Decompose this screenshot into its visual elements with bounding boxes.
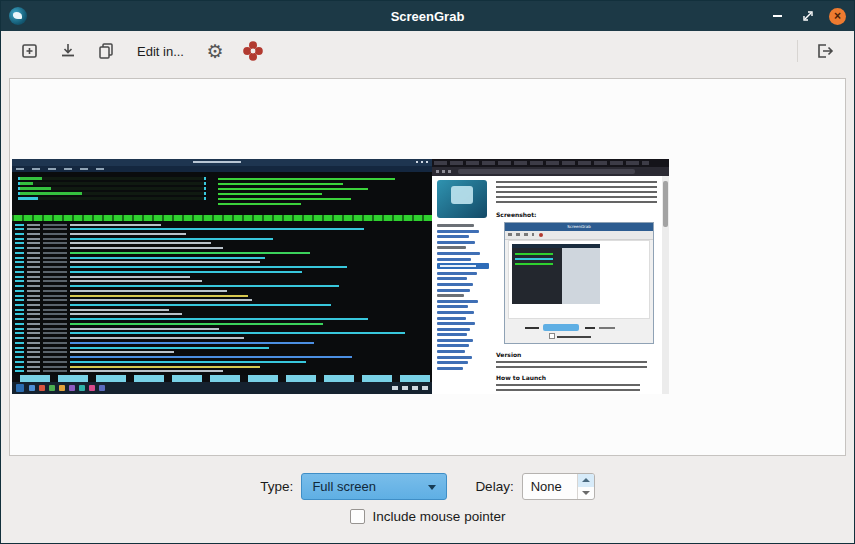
terminal-row (15, 337, 429, 340)
terminal-row (15, 232, 429, 235)
toolbar: Edit in... ⚙ (1, 31, 854, 71)
manual-page: Screenshot: ScreenGrab (494, 176, 662, 394)
toolbar-divider (797, 40, 798, 62)
nested-titlebar: ScreenGrab (505, 223, 653, 231)
sidebar-link (437, 367, 463, 370)
gear-icon: ⚙ (206, 42, 223, 61)
htop-cpu-meters (18, 175, 206, 215)
htop-process-list (15, 223, 429, 373)
taskbar-app-icon (79, 385, 85, 391)
spin-buttons (577, 474, 594, 499)
chevron-down-icon (582, 491, 590, 495)
include-pointer-checkbox[interactable] (350, 509, 365, 524)
type-delay-row: Type: Full screen Delay: None (260, 473, 594, 500)
app-window-icon[interactable] (9, 7, 27, 25)
terminal-row (15, 280, 429, 283)
screengrab-window: ScreenGrab × (0, 0, 855, 544)
firefox-window-thumbnail: Screenshot: ScreenGrab (432, 159, 669, 394)
copy-icon (96, 41, 116, 61)
titlebar: ScreenGrab × (1, 1, 854, 31)
terminal-row (15, 360, 429, 363)
terminal-row (15, 299, 429, 302)
sidebar-toc (432, 224, 494, 370)
quit-icon (815, 41, 835, 61)
sidebar-link (437, 317, 466, 320)
screenshot-preview-image: Screenshot: ScreenGrab (12, 159, 669, 394)
spin-down-button[interactable] (578, 487, 594, 500)
window-controls: × (769, 8, 846, 25)
version-heading: Version (496, 352, 521, 358)
chevron-down-icon (428, 485, 436, 490)
terminal-row (15, 242, 429, 245)
browser-scrollbar (662, 176, 669, 394)
sidebar-link (437, 300, 478, 303)
nested-delay-label (585, 327, 595, 329)
options-button[interactable]: ⚙ (198, 35, 232, 67)
maximize-button[interactable] (799, 8, 816, 25)
terminal-row (15, 327, 429, 330)
sidebar-link (437, 361, 468, 364)
launch-heading: How to Launch (496, 375, 546, 381)
spin-up-button[interactable] (578, 474, 594, 487)
delay-label: Delay: (475, 479, 513, 494)
new-screenshot-icon (20, 41, 40, 61)
terminal-row (15, 275, 429, 278)
about-button[interactable] (236, 35, 270, 67)
minimize-button[interactable] (769, 8, 786, 25)
sidebar-link (437, 252, 480, 255)
htop-column-header (12, 215, 432, 221)
sidebar-link (437, 277, 467, 280)
terminal-row (15, 308, 429, 311)
sidebar-link (437, 344, 469, 347)
sidebar-link (437, 294, 464, 297)
taskbar-app-icon (69, 385, 75, 391)
terminal-row (15, 285, 429, 288)
taskbar-apps (29, 385, 105, 391)
htop-function-key-bar (12, 375, 432, 382)
capture-settings: Type: Full screen Delay: None Include mo… (1, 463, 854, 543)
delay-value: None (523, 479, 577, 494)
close-button[interactable]: × (829, 8, 846, 25)
terminal-row (15, 303, 429, 306)
type-label: Type: (260, 479, 293, 494)
sidebar-link (437, 350, 465, 353)
copy-button[interactable] (89, 35, 123, 67)
sidebar-link (437, 311, 474, 314)
terminal-row (15, 370, 429, 373)
nested-screengrab-window: ScreenGrab (504, 222, 654, 344)
sidebar-link (437, 333, 467, 336)
terminal-row (15, 237, 429, 240)
sidebar-link (437, 246, 466, 249)
sidebar-link-active (437, 263, 489, 269)
save-icon (58, 41, 78, 61)
terminal-row (15, 247, 429, 250)
window-title: ScreenGrab (1, 9, 854, 24)
htop-summary-text (218, 175, 426, 215)
restore-icon (802, 10, 814, 22)
sidebar-link (437, 272, 477, 275)
terminal-row (15, 223, 429, 226)
terminal-row (15, 322, 429, 325)
type-select[interactable]: Full screen (301, 473, 447, 500)
sidebar-artwork (437, 180, 487, 218)
edit-in-button[interactable]: Edit in... (127, 35, 194, 67)
delay-spinbox[interactable]: None (522, 473, 595, 500)
include-pointer-label[interactable]: Include mouse pointer (373, 509, 506, 524)
taskbar-app-icon (39, 385, 45, 391)
taskbar-app-icon (49, 385, 55, 391)
nested-type-label (525, 327, 539, 329)
save-button[interactable] (51, 35, 85, 67)
type-value: Full screen (302, 479, 376, 494)
new-screenshot-button[interactable] (13, 35, 47, 67)
nested-checkbox-label (557, 336, 591, 338)
paragraph-text (496, 384, 640, 391)
browser-tab-strip (432, 159, 669, 167)
terminal-row (15, 261, 429, 264)
terminal-row (15, 332, 429, 335)
nested-preview (508, 240, 650, 319)
sidebar-link (437, 241, 475, 244)
terminal-window-thumbnail (12, 159, 432, 394)
quit-button[interactable] (808, 35, 842, 67)
sidebar-link (437, 328, 470, 331)
terminal-row (15, 351, 429, 354)
